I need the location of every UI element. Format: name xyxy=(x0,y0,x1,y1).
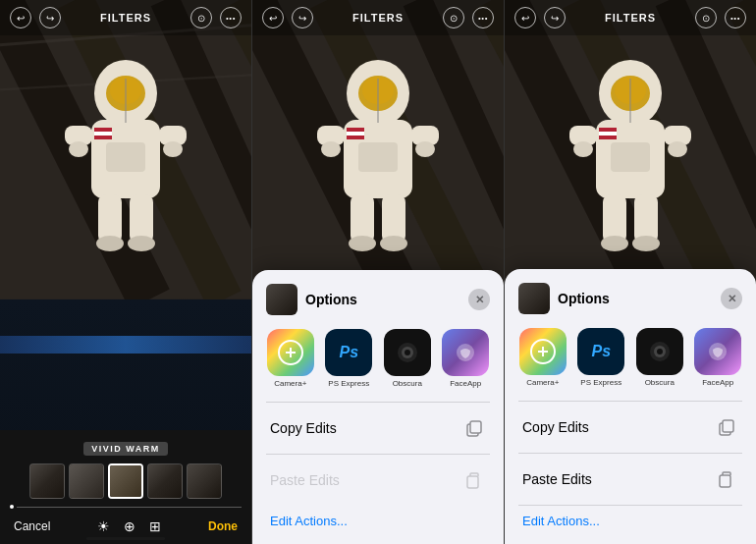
astronaut-figure-3 xyxy=(562,39,699,295)
svg-point-37 xyxy=(321,141,341,157)
copy-edits-row-3[interactable]: Copy Edits xyxy=(518,402,742,454)
obscura-label-2: Obscura xyxy=(393,379,422,388)
app-camera-plus-2[interactable]: Camera+ xyxy=(267,329,314,388)
person-button-3[interactable]: ⊙ xyxy=(695,7,717,28)
thumb-3-selected[interactable] xyxy=(108,463,143,499)
app-obscura-2[interactable]: Obscura xyxy=(384,329,431,388)
modal-close-2[interactable]: ✕ xyxy=(468,289,490,310)
person-button-2[interactable]: ⊙ xyxy=(443,7,464,28)
thumb-4[interactable] xyxy=(147,463,183,499)
svg-rect-75 xyxy=(599,128,617,132)
filters-title-3: FILTERS xyxy=(605,12,656,24)
app-camera-plus-3[interactable]: Camera+ xyxy=(519,328,567,387)
more-button-3[interactable]: ••• xyxy=(725,7,746,28)
header-left-icons: ↩ ↪ xyxy=(10,7,61,28)
blue-stripe xyxy=(0,336,251,354)
thumb-1[interactable] xyxy=(29,463,65,499)
panel1-bottom-bar: Cancel ☀ ⊕ ⊞ Done xyxy=(0,513,251,534)
ps-icon-3: Ps xyxy=(577,328,624,375)
app-icons-row-3: Camera+ Ps PS Express Obscura FaceApp xyxy=(518,328,742,387)
app-obscura-3[interactable]: Obscura xyxy=(636,328,683,387)
svg-rect-85 xyxy=(723,420,733,432)
done-button[interactable]: Done xyxy=(208,519,238,533)
svg-point-42 xyxy=(380,236,407,251)
obscura-icon-3 xyxy=(636,328,683,375)
paste-edits-icon-3 xyxy=(715,467,738,491)
svg-rect-55 xyxy=(467,476,478,488)
modal-title-row-3: Options xyxy=(518,283,610,314)
astronaut-figure xyxy=(57,39,194,295)
edit-tool-icons: ☀ ⊕ ⊞ xyxy=(97,518,161,534)
redo-button[interactable]: ↪ xyxy=(39,7,61,28)
more-button-2[interactable]: ••• xyxy=(472,7,494,28)
modal-title-2: Options xyxy=(305,292,357,307)
modal-title-3: Options xyxy=(558,291,610,306)
options-modal-2: Options ✕ Camera+ Ps PS Express xyxy=(252,270,504,544)
svg-rect-86 xyxy=(720,475,730,487)
obscura-icon-2 xyxy=(384,329,431,376)
svg-point-73 xyxy=(632,236,660,251)
undo-button-3[interactable]: ↩ xyxy=(514,7,536,28)
svg-rect-54 xyxy=(470,421,481,433)
paste-edits-label-2: Paste Edits xyxy=(270,472,340,488)
cancel-button[interactable]: Cancel xyxy=(14,519,50,533)
panel-3: ↩ ↪ FILTERS ⊙ ••• Options ✕ Camera+ xyxy=(505,0,756,544)
thumb-5[interactable] xyxy=(187,463,222,499)
panel2-header: ↩ ↪ FILTERS ⊙ ••• xyxy=(252,0,504,35)
svg-point-41 xyxy=(349,236,376,251)
app-ps-3[interactable]: Ps PS Express xyxy=(577,328,624,387)
copy-edits-label-3: Copy Edits xyxy=(522,419,589,435)
copy-edits-icon-3 xyxy=(715,415,738,439)
app-faceapp-2[interactable]: FaceApp xyxy=(442,329,489,388)
thumb-2[interactable] xyxy=(69,463,104,499)
camera-plus-label-2: Camera+ xyxy=(274,379,306,388)
modal-header-2: Options ✕ xyxy=(266,284,490,315)
sun-icon[interactable]: ☀ xyxy=(97,518,110,534)
header-right-icons-3: ⊙ ••• xyxy=(695,7,746,28)
filter-badge: VIVID WARM xyxy=(0,438,251,456)
svg-rect-44 xyxy=(347,128,364,132)
header-right-icons-2: ⊙ ••• xyxy=(443,7,494,28)
app-ps-2[interactable]: Ps PS Express xyxy=(325,329,372,388)
drop-icon[interactable]: ⊕ xyxy=(124,518,135,534)
person-button[interactable]: ⊙ xyxy=(190,7,212,28)
filter-slider[interactable] xyxy=(0,505,251,509)
modal-close-3[interactable]: ✕ xyxy=(721,288,742,309)
faceapp-icon-2 xyxy=(442,329,489,376)
svg-point-38 xyxy=(415,141,435,157)
redo-button-3[interactable]: ↪ xyxy=(544,7,566,28)
svg-point-18 xyxy=(96,236,124,251)
modal-thumb-2 xyxy=(266,284,297,315)
slider-dot xyxy=(10,505,14,509)
svg-point-72 xyxy=(601,236,628,251)
redo-button-2[interactable]: ↪ xyxy=(292,7,313,28)
undo-button[interactable]: ↩ xyxy=(10,7,31,28)
copy-edits-row-2[interactable]: Copy Edits xyxy=(266,403,490,455)
svg-point-68 xyxy=(573,141,593,157)
more-button[interactable]: ••• xyxy=(220,7,242,28)
edit-actions-link-2[interactable]: Edit Actions... xyxy=(266,506,490,530)
ps-label-3: PS Express xyxy=(580,378,621,387)
panel1-bottom-controls: VIVID WARM Cancel ☀ ⊕ ⊞ Done xyxy=(0,430,251,544)
faceapp-label-3: FaceApp xyxy=(702,378,733,387)
header-left-icons-2: ↩ ↪ xyxy=(262,7,313,28)
app-faceapp-3[interactable]: FaceApp xyxy=(694,328,741,387)
svg-point-15 xyxy=(163,141,183,157)
panel1-header: ↩ ↪ FILTERS ⊙ ••• xyxy=(0,0,251,35)
copy-edits-label-2: Copy Edits xyxy=(270,420,337,436)
header-left-icons-3: ↩ ↪ xyxy=(514,7,566,28)
crop-icon[interactable]: ⊞ xyxy=(149,518,161,534)
modal-thumb-3 xyxy=(518,283,550,314)
slider-line xyxy=(17,507,242,508)
camera-plus-label-3: Camera+ xyxy=(526,378,559,387)
panel3-header: ↩ ↪ FILTERS ⊙ ••• xyxy=(505,0,756,35)
undo-button-2[interactable]: ↩ xyxy=(262,7,284,28)
astronaut-figure-2 xyxy=(309,39,447,295)
faceapp-label-2: FaceApp xyxy=(450,379,481,388)
svg-point-51 xyxy=(405,350,410,355)
paste-edits-label-3: Paste Edits xyxy=(522,471,592,487)
paste-edits-row-3[interactable]: Paste Edits xyxy=(518,454,742,506)
edit-actions-link-3[interactable]: Edit Actions... xyxy=(518,506,742,530)
svg-rect-21 xyxy=(94,128,112,132)
camera-plus-icon-3 xyxy=(519,328,567,375)
